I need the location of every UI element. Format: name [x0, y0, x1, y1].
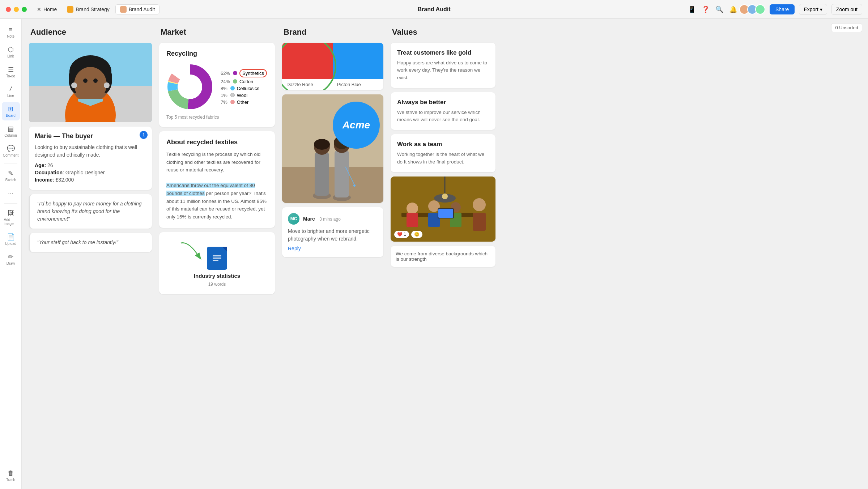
upload-tool[interactable]: 📄 Upload [2, 230, 20, 248]
line-icon: / [10, 85, 12, 93]
income-label: Income: [35, 177, 54, 183]
header-icons: 📱 ❓ 🔍 🔔 [688, 5, 737, 13]
upload-label: Upload [5, 242, 17, 246]
doc-lines-icon [211, 252, 223, 264]
column-label: Column [4, 133, 17, 137]
chart-subtitle: Top 5 most recycled fabrics [166, 115, 268, 120]
heart-reaction[interactable]: ❤️ 1 [394, 231, 409, 238]
unsorted-badge[interactable]: 0 Unsorted [831, 23, 862, 32]
note-tool[interactable]: ≡ Note [2, 23, 20, 41]
todo-tool[interactable]: ☰ To-do [2, 63, 20, 81]
svg-rect-45 [473, 213, 486, 231]
document-icon [207, 247, 227, 270]
audience-illustration [29, 43, 152, 122]
comment-time: 3 mins ago [319, 217, 341, 222]
synthetics-label: Synthetics [239, 69, 267, 77]
tab-home[interactable]: ✕ Home [33, 5, 61, 14]
other-label: Other [237, 99, 249, 105]
textiles-text-1: Textile recycling is the process by whic… [166, 152, 260, 173]
svg-point-11 [104, 82, 110, 88]
profile-desc: Looking to buy sustainable clothing that… [35, 144, 146, 159]
industry-stats-card: Industry statistics 19 words [159, 232, 275, 294]
svg-rect-23 [213, 260, 218, 261]
tab-brand-audit[interactable]: Brand Audit [115, 4, 159, 14]
emoji-reaction[interactable]: 😊 [411, 231, 422, 238]
profile-name: Marie — The buyer [35, 132, 146, 140]
legend-synthetics: 62% Synthetics [221, 69, 267, 77]
notification-icon[interactable]: 🔔 [729, 5, 737, 13]
svg-point-9 [93, 78, 98, 83]
draw-label: Draw [7, 261, 15, 265]
svg-rect-31 [335, 150, 349, 197]
value-card-3: Work as a team Working together is the h… [391, 134, 495, 172]
svg-point-8 [83, 78, 88, 83]
profile-card: 1 Marie — The buyer Looking to buy susta… [29, 127, 152, 190]
tab-brand-strategy-label: Brand Strategy [76, 7, 109, 12]
device-icon[interactable]: 📱 [688, 5, 696, 13]
sketch-icon: ✎ [8, 169, 13, 177]
fullscreen-button[interactable] [22, 7, 27, 12]
trash-tool[interactable]: 🗑 Trash [2, 467, 20, 485]
board-label: Board [6, 114, 16, 118]
add-image-tool[interactable]: 🖼 Add image [2, 207, 20, 229]
add-image-icon: 🖼 [8, 209, 14, 217]
sketch-tool[interactable]: ✎ Sketch [2, 166, 20, 185]
market-column: Market Recycling [159, 27, 275, 480]
link-label: Link [7, 54, 14, 58]
tab-brand-strategy[interactable]: Brand Strategy [63, 5, 114, 14]
legend-wool: 1% Wool [221, 93, 267, 98]
comment-tool[interactable]: 💬 Comment [2, 142, 20, 160]
board-tool[interactable]: ⊞ Board [2, 102, 20, 120]
search-icon[interactable]: 🔍 [715, 5, 723, 13]
share-button[interactable]: Share [770, 4, 795, 14]
line-tool[interactable]: / Line [2, 82, 20, 101]
audience-image [29, 43, 152, 122]
market-header: Market [159, 27, 275, 37]
comment-card: MC Marc 3 mins ago Move to brighter and … [282, 207, 383, 257]
reaction-bar: ❤️ 1 😊 [394, 231, 422, 238]
tab-bar: ✕ Home Brand Strategy Brand Audit [33, 4, 159, 14]
audience-column: Audience [29, 27, 152, 480]
link-tool[interactable]: ⬡ Link [2, 43, 20, 61]
doc-area [166, 239, 268, 270]
color-label-rose: Dazzle Rose [282, 79, 333, 90]
doc-words: 19 words [208, 282, 226, 287]
svg-point-50 [442, 194, 448, 199]
quote-card-2: "Your staff got back to me instantly!" [29, 233, 152, 252]
divider-1 [4, 163, 17, 163]
legend-other: 7% Other [221, 99, 267, 105]
value-text-3: Working together is the heart of what we… [397, 151, 489, 166]
line-label: Line [7, 94, 14, 98]
market-content: Recycling [159, 43, 275, 294]
synthetics-dot [233, 71, 237, 75]
column-tool[interactable]: ▤ Column [2, 122, 20, 140]
trash-label: Trash [6, 478, 15, 482]
titlebar-title: Brand Audit [418, 6, 451, 13]
more-tool[interactable]: ··· [2, 186, 20, 200]
occupation-label: Occupation [35, 170, 63, 175]
donut-chart [166, 63, 213, 110]
recycling-title: Recycling [166, 50, 268, 58]
main-content: 0 Unsorted Audience [22, 19, 868, 489]
color-label-area: Dazzle Rose Picton Blue [282, 79, 383, 90]
svg-rect-22 [213, 258, 221, 259]
comment-author-info: Marc 3 mins ago [303, 216, 341, 222]
colors-row [282, 43, 383, 79]
comment-text: Move to brighter and more energetic phot… [288, 228, 378, 243]
minimize-button[interactable] [14, 7, 19, 12]
age-field: Age: 26 [35, 162, 146, 168]
help-icon[interactable]: ❓ [702, 5, 710, 13]
donut-svg [166, 63, 213, 110]
draw-tool[interactable]: ✏ Draw [2, 250, 20, 268]
svg-rect-21 [213, 255, 221, 256]
colors-card: Dazzle Rose Picton Blue [282, 43, 383, 90]
export-button[interactable]: Export ▾ [799, 4, 827, 15]
chevron-down-icon: ▾ [820, 7, 822, 12]
zoom-button[interactable]: Zoom out [831, 4, 862, 15]
legend-cotton: 24% Cotton [221, 79, 267, 84]
audience-content: 1 Marie — The buyer Looking to buy susta… [29, 43, 152, 252]
close-button[interactable] [6, 7, 11, 12]
reply-link[interactable]: Reply [288, 246, 378, 251]
toolbar: ≡ Note ⬡ Link ☰ To-do / Line ⊞ Board ▤ C… [0, 19, 22, 489]
titlebar: ✕ Home Brand Strategy Brand Audit Brand … [0, 0, 868, 19]
